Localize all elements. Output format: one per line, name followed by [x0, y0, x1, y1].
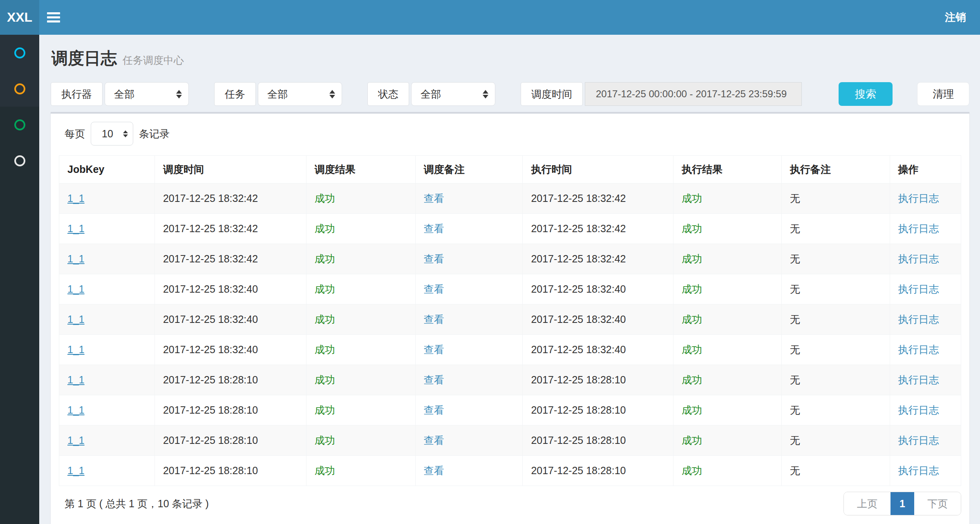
circle-outline-icon	[14, 119, 25, 130]
view-trigger-msg-link[interactable]: 查看	[424, 404, 444, 416]
executor-filter-label: 执行器	[51, 82, 103, 106]
table-row: 1_12017-12-25 18:32:42成功查看2017-12-25 18:…	[59, 244, 961, 274]
page-size-select[interactable]: 10	[91, 122, 133, 146]
handle-msg-text: 无	[790, 404, 800, 416]
column-header: 执行结果	[673, 156, 781, 184]
page-size-control: 每页 10 条记录	[65, 122, 961, 146]
table-row: 1_12017-12-25 18:28:10成功查看2017-12-25 18:…	[59, 395, 961, 425]
view-trigger-msg-link[interactable]: 查看	[424, 223, 444, 234]
select-arrows-icon	[483, 90, 488, 99]
circle-outline-icon	[14, 47, 25, 58]
table-row: 1_12017-12-25 18:28:10成功查看2017-12-25 18:…	[59, 425, 961, 456]
schedule-time-range-input[interactable]: 2017-12-25 00:00:00 - 2017-12-25 23:59:5…	[585, 82, 802, 106]
execution-log-link[interactable]: 执行日志	[898, 374, 939, 385]
app-logo[interactable]: XXL	[0, 0, 39, 35]
handle-msg-text: 无	[790, 193, 800, 204]
handle-result-text: 成功	[682, 283, 702, 295]
view-trigger-msg-link[interactable]: 查看	[424, 465, 444, 476]
column-header: 调度备注	[415, 156, 523, 184]
view-trigger-msg-link[interactable]: 查看	[424, 374, 444, 385]
trigger-time-text: 2017-12-25 18:32:40	[163, 283, 258, 295]
navbar-spacer	[68, 0, 931, 35]
job-key-link[interactable]: 1_1	[67, 434, 85, 446]
execution-log-link[interactable]: 执行日志	[898, 223, 939, 234]
job-key-link[interactable]: 1_1	[67, 193, 85, 204]
handle-msg-text: 无	[790, 253, 800, 264]
job-key-link[interactable]: 1_1	[67, 344, 85, 355]
view-trigger-msg-link[interactable]: 查看	[424, 314, 444, 325]
execution-log-link[interactable]: 执行日志	[898, 314, 939, 325]
sidebar-item-2[interactable]	[0, 71, 39, 107]
view-trigger-msg-link[interactable]: 查看	[424, 253, 444, 264]
app-window: XXL 注销 调度日志 任务调度中心 执行器 全部 任务 全部	[0, 0, 980, 524]
execution-log-link[interactable]: 执行日志	[898, 193, 939, 204]
handle-time-text: 2017-12-25 18:32:42	[531, 193, 626, 204]
circle-outline-icon	[14, 155, 25, 166]
view-trigger-msg-link[interactable]: 查看	[424, 344, 444, 355]
job-key-link[interactable]: 1_1	[67, 374, 85, 385]
main-content: 调度日志 任务调度中心 执行器 全部 任务 全部 状态 全部 调度时间	[39, 35, 980, 524]
trigger-time-text: 2017-12-25 18:32:42	[163, 193, 258, 204]
view-trigger-msg-link[interactable]: 查看	[424, 193, 444, 204]
execution-log-link[interactable]: 执行日志	[898, 434, 939, 446]
trigger-time-text: 2017-12-25 18:32:40	[163, 344, 258, 355]
sidebar-menu	[0, 35, 39, 524]
trigger-result-text: 成功	[315, 374, 335, 385]
page-header: 调度日志 任务调度中心	[51, 47, 969, 69]
current-page-button[interactable]: 1	[891, 492, 914, 515]
trigger-time-text: 2017-12-25 18:32:42	[163, 223, 258, 234]
execution-log-link[interactable]: 执行日志	[898, 253, 939, 264]
log-table: JobKey调度时间调度结果调度备注执行时间执行结果执行备注操作 1_12017…	[59, 155, 961, 486]
table-row: 1_12017-12-25 18:32:40成功查看2017-12-25 18:…	[59, 335, 961, 365]
job-key-link[interactable]: 1_1	[67, 314, 85, 325]
sidebar-toggle-button[interactable]	[39, 0, 68, 35]
trigger-time-text: 2017-12-25 18:28:10	[163, 465, 258, 476]
trigger-result-text: 成功	[315, 344, 335, 355]
handle-msg-text: 无	[790, 465, 800, 476]
sidebar-item-1[interactable]	[0, 35, 39, 71]
table-row: 1_12017-12-25 18:32:40成功查看2017-12-25 18:…	[59, 305, 961, 335]
job-filter-label: 任务	[214, 82, 256, 106]
handle-time-text: 2017-12-25 18:28:10	[531, 465, 626, 476]
clear-button[interactable]: 清理	[917, 82, 969, 106]
handle-time-text: 2017-12-25 18:32:40	[531, 344, 626, 355]
page-size-suffix: 条记录	[139, 127, 170, 141]
job-key-link[interactable]: 1_1	[67, 253, 85, 264]
job-key-link[interactable]: 1_1	[67, 465, 85, 476]
pagination-bar: 第 1 页 ( 总共 1 页，10 条记录 ) 上页 1 下页	[59, 492, 961, 515]
trigger-result-text: 成功	[315, 193, 335, 204]
executor-select[interactable]: 全部	[105, 82, 189, 106]
handle-time-text: 2017-12-25 18:32:42	[531, 223, 626, 234]
job-key-link[interactable]: 1_1	[67, 283, 85, 295]
trigger-result-text: 成功	[315, 223, 335, 234]
view-trigger-msg-link[interactable]: 查看	[424, 283, 444, 295]
trigger-result-text: 成功	[315, 283, 335, 295]
page-size-prefix: 每页	[65, 127, 85, 141]
prev-page-button[interactable]: 上页	[844, 492, 891, 515]
execution-log-link[interactable]: 执行日志	[898, 465, 939, 476]
search-button[interactable]: 搜索	[839, 82, 893, 106]
status-select[interactable]: 全部	[411, 82, 495, 106]
trigger-time-text: 2017-12-25 18:28:10	[163, 404, 258, 416]
view-trigger-msg-link[interactable]: 查看	[424, 434, 444, 446]
execution-log-link[interactable]: 执行日志	[898, 283, 939, 295]
job-key-link[interactable]: 1_1	[67, 404, 85, 416]
job-key-link[interactable]: 1_1	[67, 223, 85, 234]
next-page-button[interactable]: 下页	[914, 492, 961, 515]
execution-log-link[interactable]: 执行日志	[898, 344, 939, 355]
sidebar-item-4[interactable]	[0, 143, 39, 179]
handle-result-text: 成功	[682, 223, 702, 234]
circle-outline-icon	[14, 83, 25, 94]
execution-log-link[interactable]: 执行日志	[898, 404, 939, 416]
time-filter-label: 调度时间	[521, 82, 583, 106]
select-arrows-icon	[329, 90, 335, 99]
job-select[interactable]: 全部	[258, 82, 342, 106]
logout-link[interactable]: 注销	[931, 0, 980, 35]
handle-msg-text: 无	[790, 314, 800, 325]
page-subtitle: 任务调度中心	[123, 54, 184, 67]
sidebar-item-3[interactable]	[0, 107, 39, 143]
handle-time-text: 2017-12-25 18:28:10	[531, 434, 626, 446]
top-navbar: XXL 注销	[0, 0, 980, 35]
trigger-result-text: 成功	[315, 253, 335, 264]
select-arrows-icon	[123, 130, 128, 137]
